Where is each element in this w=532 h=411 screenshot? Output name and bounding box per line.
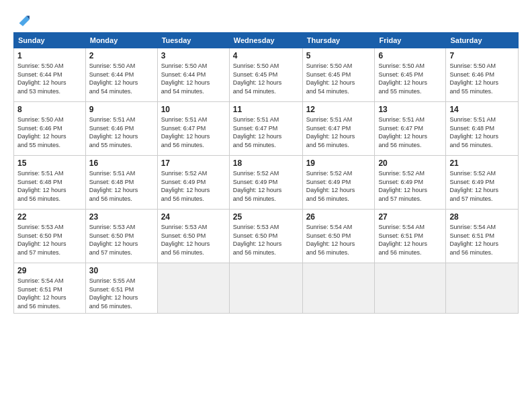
- header: [13, 12, 519, 27]
- logo-icon: [15, 12, 30, 27]
- day-info: Sunrise: 5:50 AM Sunset: 6:44 PM Dayligh…: [17, 62, 82, 95]
- day-info: Sunrise: 5:51 AM Sunset: 6:47 PM Dayligh…: [306, 116, 371, 149]
- calendar-cell: 16Sunrise: 5:51 AM Sunset: 6:48 PM Dayli…: [85, 156, 157, 210]
- day-number: 25: [233, 212, 299, 222]
- calendar-cell: 24Sunrise: 5:53 AM Sunset: 6:50 PM Dayli…: [157, 210, 229, 263]
- calendar-cell: 22Sunrise: 5:53 AM Sunset: 6:50 PM Dayli…: [14, 210, 86, 263]
- calendar-cell: 11Sunrise: 5:51 AM Sunset: 6:47 PM Dayli…: [229, 102, 302, 156]
- day-info: Sunrise: 5:51 AM Sunset: 6:47 PM Dayligh…: [161, 116, 226, 149]
- day-number: 18: [233, 158, 299, 168]
- day-number: 23: [89, 212, 154, 222]
- calendar-header-wednesday: Wednesday: [229, 33, 302, 48]
- calendar-header-sunday: Sunday: [14, 33, 86, 48]
- calendar-cell: 6Sunrise: 5:50 AM Sunset: 6:45 PM Daylig…: [375, 48, 446, 102]
- calendar-cell: 21Sunrise: 5:52 AM Sunset: 6:49 PM Dayli…: [446, 156, 519, 210]
- calendar-week-4: 22Sunrise: 5:53 AM Sunset: 6:50 PM Dayli…: [14, 210, 519, 263]
- day-info: Sunrise: 5:51 AM Sunset: 6:46 PM Dayligh…: [89, 116, 154, 149]
- day-info: Sunrise: 5:54 AM Sunset: 6:51 PM Dayligh…: [449, 223, 515, 257]
- calendar-cell: 15Sunrise: 5:51 AM Sunset: 6:48 PM Dayli…: [14, 156, 86, 210]
- day-info: Sunrise: 5:51 AM Sunset: 6:48 PM Dayligh…: [449, 116, 515, 149]
- calendar-body: 1Sunrise: 5:50 AM Sunset: 6:44 PM Daylig…: [14, 48, 519, 314]
- day-number: 6: [378, 51, 442, 60]
- calendar-week-3: 15Sunrise: 5:51 AM Sunset: 6:48 PM Dayli…: [14, 156, 519, 210]
- calendar-cell: 12Sunrise: 5:51 AM Sunset: 6:47 PM Dayli…: [302, 102, 375, 156]
- calendar-cell: 3Sunrise: 5:50 AM Sunset: 6:44 PM Daylig…: [157, 48, 229, 102]
- day-info: Sunrise: 5:50 AM Sunset: 6:46 PM Dayligh…: [449, 62, 515, 95]
- day-number: 8: [17, 105, 82, 114]
- day-number: 2: [89, 51, 154, 60]
- day-number: 27: [378, 212, 442, 222]
- day-number: 28: [449, 212, 515, 222]
- day-info: Sunrise: 5:50 AM Sunset: 6:44 PM Dayligh…: [161, 62, 226, 95]
- day-number: 22: [17, 212, 82, 222]
- day-info: Sunrise: 5:52 AM Sunset: 6:49 PM Dayligh…: [449, 169, 515, 203]
- day-number: 19: [306, 158, 371, 168]
- calendar-header-tuesday: Tuesday: [157, 33, 229, 48]
- day-number: 12: [306, 105, 371, 114]
- day-info: Sunrise: 5:55 AM Sunset: 6:51 PM Dayligh…: [89, 277, 154, 310]
- day-number: 26: [306, 212, 371, 222]
- logo: [13, 12, 30, 27]
- day-info: Sunrise: 5:53 AM Sunset: 6:50 PM Dayligh…: [17, 223, 82, 257]
- day-number: 14: [449, 105, 515, 114]
- day-number: 29: [17, 266, 82, 275]
- day-info: Sunrise: 5:52 AM Sunset: 6:49 PM Dayligh…: [161, 169, 226, 203]
- calendar-cell: 18Sunrise: 5:52 AM Sunset: 6:49 PM Dayli…: [229, 156, 302, 210]
- day-number: 17: [161, 158, 226, 168]
- day-number: 5: [306, 51, 371, 60]
- calendar-cell: 9Sunrise: 5:51 AM Sunset: 6:46 PM Daylig…: [85, 102, 157, 156]
- day-number: 30: [89, 266, 154, 275]
- calendar-cell: 28Sunrise: 5:54 AM Sunset: 6:51 PM Dayli…: [446, 210, 519, 263]
- calendar-cell: [229, 263, 302, 314]
- day-info: Sunrise: 5:53 AM Sunset: 6:50 PM Dayligh…: [233, 223, 299, 257]
- day-number: 24: [161, 212, 226, 222]
- day-info: Sunrise: 5:52 AM Sunset: 6:49 PM Dayligh…: [306, 169, 371, 203]
- day-info: Sunrise: 5:51 AM Sunset: 6:47 PM Dayligh…: [378, 116, 442, 149]
- calendar-cell: 7Sunrise: 5:50 AM Sunset: 6:46 PM Daylig…: [446, 48, 519, 102]
- calendar-cell: 30Sunrise: 5:55 AM Sunset: 6:51 PM Dayli…: [85, 263, 157, 314]
- day-number: 11: [233, 105, 299, 114]
- day-number: 7: [449, 51, 515, 60]
- day-info: Sunrise: 5:51 AM Sunset: 6:47 PM Dayligh…: [233, 116, 299, 149]
- calendar-header-saturday: Saturday: [446, 33, 519, 48]
- calendar-cell: 23Sunrise: 5:53 AM Sunset: 6:50 PM Dayli…: [85, 210, 157, 263]
- page: SundayMondayTuesdayWednesdayThursdayFrid…: [0, 0, 532, 411]
- day-info: Sunrise: 5:51 AM Sunset: 6:48 PM Dayligh…: [89, 169, 154, 203]
- calendar-cell: 8Sunrise: 5:50 AM Sunset: 6:46 PM Daylig…: [14, 102, 86, 156]
- day-number: 16: [89, 158, 154, 168]
- day-info: Sunrise: 5:54 AM Sunset: 6:50 PM Dayligh…: [306, 223, 371, 257]
- calendar-cell: 20Sunrise: 5:52 AM Sunset: 6:49 PM Dayli…: [375, 156, 446, 210]
- day-info: Sunrise: 5:54 AM Sunset: 6:51 PM Dayligh…: [17, 277, 82, 310]
- day-number: 10: [161, 105, 226, 114]
- day-info: Sunrise: 5:51 AM Sunset: 6:48 PM Dayligh…: [17, 169, 82, 203]
- day-number: 20: [378, 158, 442, 168]
- calendar-header-friday: Friday: [375, 33, 446, 48]
- calendar-cell: 13Sunrise: 5:51 AM Sunset: 6:47 PM Dayli…: [375, 102, 446, 156]
- calendar-cell: [302, 263, 375, 314]
- day-info: Sunrise: 5:50 AM Sunset: 6:45 PM Dayligh…: [233, 62, 299, 95]
- calendar-week-5: 29Sunrise: 5:54 AM Sunset: 6:51 PM Dayli…: [14, 263, 519, 314]
- day-info: Sunrise: 5:53 AM Sunset: 6:50 PM Dayligh…: [89, 223, 154, 257]
- calendar-header-row: SundayMondayTuesdayWednesdayThursdayFrid…: [14, 33, 519, 48]
- day-info: Sunrise: 5:50 AM Sunset: 6:45 PM Dayligh…: [378, 62, 442, 95]
- day-info: Sunrise: 5:50 AM Sunset: 6:44 PM Dayligh…: [89, 62, 154, 95]
- calendar: SundayMondayTuesdayWednesdayThursdayFrid…: [13, 32, 519, 314]
- calendar-cell: [446, 263, 519, 314]
- day-number: 9: [89, 105, 154, 114]
- day-info: Sunrise: 5:50 AM Sunset: 6:45 PM Dayligh…: [306, 62, 371, 95]
- calendar-week-2: 8Sunrise: 5:50 AM Sunset: 6:46 PM Daylig…: [14, 102, 519, 156]
- calendar-cell: 25Sunrise: 5:53 AM Sunset: 6:50 PM Dayli…: [229, 210, 302, 263]
- calendar-cell: 4Sunrise: 5:50 AM Sunset: 6:45 PM Daylig…: [229, 48, 302, 102]
- calendar-cell: [375, 263, 446, 314]
- calendar-cell: 27Sunrise: 5:54 AM Sunset: 6:51 PM Dayli…: [375, 210, 446, 263]
- calendar-cell: 14Sunrise: 5:51 AM Sunset: 6:48 PM Dayli…: [446, 102, 519, 156]
- day-info: Sunrise: 5:53 AM Sunset: 6:50 PM Dayligh…: [161, 223, 226, 257]
- day-number: 15: [17, 158, 82, 168]
- calendar-cell: 19Sunrise: 5:52 AM Sunset: 6:49 PM Dayli…: [302, 156, 375, 210]
- calendar-cell: 29Sunrise: 5:54 AM Sunset: 6:51 PM Dayli…: [14, 263, 86, 314]
- day-info: Sunrise: 5:52 AM Sunset: 6:49 PM Dayligh…: [378, 169, 442, 203]
- day-number: 4: [233, 51, 299, 60]
- calendar-header-thursday: Thursday: [302, 33, 375, 48]
- calendar-header-monday: Monday: [85, 33, 157, 48]
- day-info: Sunrise: 5:52 AM Sunset: 6:49 PM Dayligh…: [233, 169, 299, 203]
